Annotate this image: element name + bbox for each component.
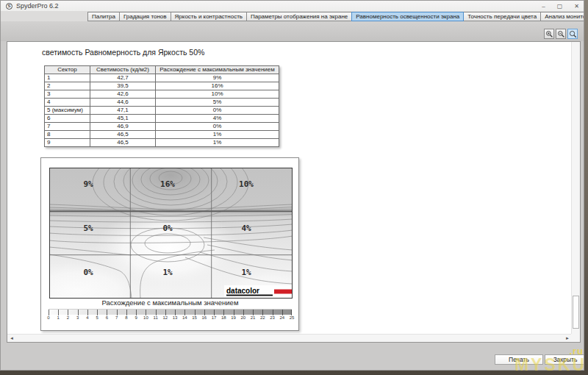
cell-label: 16%	[160, 179, 175, 189]
colorbar-tick	[262, 310, 263, 315]
table-cell: 9	[45, 139, 90, 147]
table-row: 142,79%	[45, 74, 279, 82]
table-row: 946,51%	[45, 139, 279, 147]
table-row: 746,90%	[45, 123, 279, 131]
table-cell: 4	[45, 99, 90, 107]
horizontal-scrollbar[interactable]: ◄ ►	[7, 334, 572, 342]
content-panel: светимость Равномерность для Яркость 50%…	[7, 41, 581, 343]
colorbar-tick-label: 6	[106, 315, 108, 320]
tab-2[interactable]: Яркость и контрастность	[171, 12, 246, 21]
colorbar-tick-label: 19	[231, 315, 236, 320]
colorbar-tick-label: 13	[173, 315, 178, 320]
table-cell: 3	[45, 90, 90, 99]
scroll-right-arrow-icon[interactable]: ►	[565, 335, 570, 343]
colorbar-gradient	[49, 309, 292, 315]
toolbar	[1, 21, 584, 41]
table-cell: 5 (максимум)	[45, 107, 90, 115]
tab-3[interactable]: Параметры отображения на экране	[246, 12, 351, 21]
colorbar-tick-label: 25	[290, 315, 295, 320]
table-cell: 44,6	[90, 99, 156, 107]
colorbar-tick	[253, 310, 254, 315]
table-row: 342,610%	[45, 90, 279, 99]
app-window: S SpyderPro 6.2 – ▢ ✕ ПалитраГрадация то…	[0, 0, 584, 371]
colorbar-tick-numbers: 0123456789101112131415161718192021222324…	[49, 315, 292, 321]
title-bar: S SpyderPro 6.2 – ▢ ✕	[1, 1, 584, 11]
datacolor-logo: datacolor	[224, 285, 293, 297]
colorbar-tick-label: 2	[67, 315, 69, 320]
tab-4[interactable]: Равномерность освещенности экрана	[351, 12, 464, 21]
table-cell: 46,9	[90, 123, 156, 131]
tab-1[interactable]: Градация тонов	[119, 12, 171, 21]
colorbar-tick	[165, 310, 166, 315]
maximize-button[interactable]: ▢	[557, 3, 563, 10]
close-button[interactable]: Закрыть	[545, 354, 584, 365]
vertical-scrollbar[interactable]	[571, 42, 580, 335]
zoom-out-icon	[557, 30, 565, 38]
table-cell: 46,5	[90, 139, 156, 147]
colorbar-title: Расхождение с максимальным значением	[49, 299, 292, 307]
colorbar-tick-label: 8	[125, 315, 127, 320]
table-cell: 16%	[156, 82, 279, 90]
table-cell: 10%	[156, 90, 279, 99]
uniformity-plot-panel: 9%16%10%5%0%4%0%1%1% datacolor Расхожден…	[40, 157, 299, 331]
colorbar-tick	[87, 310, 88, 315]
tab-0[interactable]: Палитра	[87, 12, 119, 21]
table-cell: 42,7	[90, 74, 156, 82]
colorbar-tick	[117, 310, 118, 315]
zoom-button-group	[544, 29, 578, 39]
cell-label: 0%	[83, 268, 93, 277]
table-cell: 46,5	[90, 131, 156, 139]
tab-6[interactable]: Анализ монитора	[540, 12, 584, 21]
cell-label: 1%	[241, 268, 251, 277]
colorbar-tick-label: 9	[135, 315, 137, 320]
colorbar-tick-label: 23	[270, 315, 275, 320]
colorbar-tick	[175, 310, 176, 315]
colorbar-tick	[49, 310, 49, 315]
scroll-left-arrow-icon[interactable]: ◄	[10, 335, 14, 343]
zoom-in-button[interactable]	[544, 29, 554, 39]
zoom-reset-icon	[569, 30, 577, 38]
zoom-reset-button[interactable]	[567, 29, 578, 39]
table-cell: 39,5	[90, 82, 156, 90]
cell-label: 9%	[83, 179, 93, 189]
colorbar-tick	[223, 310, 224, 315]
cell-label: 10%	[239, 179, 254, 189]
colorbar-tick	[97, 310, 98, 315]
vertical-scrollbar-thumb[interactable]	[573, 296, 579, 329]
cell-label: 4%	[241, 224, 251, 233]
colorbar-tick	[282, 310, 283, 315]
cell-label: 0%	[162, 224, 173, 233]
table-cell: 47,1	[90, 107, 156, 115]
table-cell: 1%	[156, 139, 279, 147]
close-window-button[interactable]: ✕	[574, 3, 579, 10]
colorbar-tick	[214, 310, 215, 315]
minimize-button[interactable]: –	[542, 3, 545, 10]
colorbar-tick-label: 4	[86, 315, 88, 320]
sector-luminance-table: СекторСветимость (кд/м2)Расхождение с ма…	[44, 65, 279, 147]
table-cell: 4%	[156, 115, 279, 123]
colorbar-tick-label: 15	[192, 315, 197, 320]
table-cell: 0%	[156, 107, 279, 115]
table-cell: 0%	[156, 123, 279, 131]
colorbar-tick-label: 21	[251, 315, 256, 320]
print-button[interactable]: Печать	[495, 354, 543, 365]
scrollbar-corner	[571, 334, 580, 342]
colorbar-tick-label: 3	[76, 315, 79, 320]
zoom-out-button[interactable]	[556, 29, 566, 39]
colorbar-tick-label: 24	[279, 315, 284, 320]
colorbar-tick	[156, 310, 157, 315]
colorbar-tick	[184, 310, 185, 315]
colorbar-tick-label: 22	[260, 315, 265, 320]
table-cell: 2	[45, 82, 90, 90]
colorbar-tick-label: 1	[57, 315, 60, 320]
table-cell: 1	[45, 74, 90, 82]
colorbar-tick	[126, 310, 127, 315]
table-cell: 7	[45, 123, 90, 131]
colorbar-tick-label: 20	[240, 315, 245, 320]
table-row: 846,51%	[45, 131, 279, 139]
colorbar-tick	[204, 310, 205, 315]
colorbar-tick-label: 0	[47, 315, 49, 320]
colorbar-tick-label: 12	[163, 315, 168, 320]
tab-5[interactable]: Точность передачи цвета	[464, 12, 540, 21]
page-heading: светимость Равномерность для Яркость 50%	[42, 48, 204, 57]
